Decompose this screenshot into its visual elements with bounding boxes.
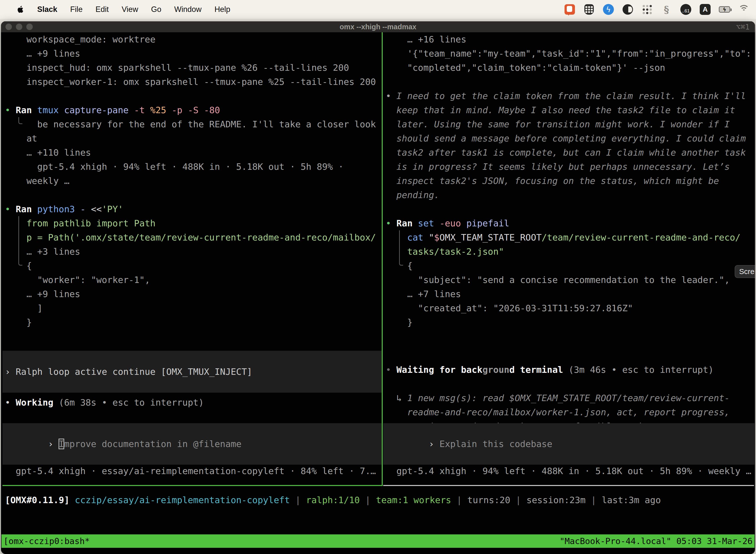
menu-item-go[interactable]: Go <box>151 5 161 14</box>
output-guide <box>18 216 22 266</box>
ralph-loop-banner: › Ralph loop active continue [OMX_TMUX_I… <box>2 351 382 393</box>
window-shortcut-hint: ⌥⌘1 <box>736 22 750 31</box>
bolt-circle-icon[interactable]: ϟ <box>603 4 614 15</box>
left-transcript: workspace_mode: worktree … +9 lines insp… <box>5 32 382 329</box>
circle-61-icon[interactable]: ..61 <box>680 4 692 15</box>
menu-item-window[interactable]: Window <box>174 5 201 14</box>
moon-circle-icon[interactable] <box>622 4 633 15</box>
menu-item-file[interactable]: File <box>70 5 82 14</box>
prompt-input-left[interactable]: › Improve documentation in @filename <box>2 423 382 465</box>
tmux-session-window[interactable]: [omx-cczip0:bash* <box>3 536 90 546</box>
wifi-icon[interactable] <box>738 4 750 15</box>
window-title-bar[interactable]: omx --xhigh --madmax ⌥⌘1 <box>1 21 755 32</box>
screenshot-tooltip: Scre <box>735 265 755 278</box>
terminal-window: omx --xhigh --madmax ⌥⌘1 workspace_mode:… <box>1 21 755 554</box>
pane-divider[interactable] <box>382 32 383 486</box>
menu-item-slack[interactable]: Slack <box>37 5 57 14</box>
output-guide <box>18 117 22 124</box>
input-placeholder: mprove documentation in @filename <box>64 439 241 449</box>
text-cursor: I <box>59 439 64 449</box>
dots-grid-icon[interactable] <box>641 4 653 15</box>
menu-bar: Slack File Edit View Go Window Help ϟ § … <box>0 0 756 19</box>
tooltip-label: Scre <box>739 267 755 276</box>
s-hook-icon[interactable]: § <box>661 4 672 15</box>
tmux-pane-right[interactable]: … +16 lines '{"team_name":"my-team","tas… <box>383 32 755 485</box>
window-title: omx --xhigh --madmax <box>1 23 755 31</box>
apple-menu-icon[interactable] <box>15 4 25 14</box>
shield-grid-icon[interactable] <box>583 4 595 15</box>
input-placeholder: Explain this codebase <box>440 439 552 449</box>
prompt-chevron: › <box>48 439 59 449</box>
tmux-host-clock: "MacBook-Pro-44.local" 05:03 31-Mar-26 <box>560 536 753 546</box>
prompt-input-right[interactable]: › Explain this codebase <box>383 423 755 465</box>
menu-status-icons: ϟ § ..61 A ϟ <box>564 4 750 15</box>
working-status: • Working (6m 38s • esc to interrupt) <box>5 395 382 409</box>
prompt-chevron: › <box>429 439 439 449</box>
output-guide <box>399 230 403 266</box>
right-pane-border <box>383 485 754 486</box>
omx-status-line: [OMX#0.11.9] cczip/essay/ai-reimplementa… <box>2 493 755 507</box>
right-transcript: … +16 lines '{"team_name":"my-team","tas… <box>386 32 755 329</box>
a-square-icon[interactable]: A <box>699 4 711 15</box>
tmux-pane-left[interactable]: workspace_mode: worktree … +9 lines insp… <box>2 32 382 485</box>
chat-icon[interactable] <box>564 4 575 15</box>
left-pane-border <box>2 485 382 486</box>
tmux-status-bar: [omx-cczip0:bash* "MacBook-Pro-44.local"… <box>1 535 755 548</box>
battery-icon: ϟ <box>719 4 730 15</box>
left-model-status: gpt-5.4 xhigh · essay/ai-reimplementatio… <box>5 464 382 478</box>
menu-item-help[interactable]: Help <box>214 5 231 14</box>
menu-item-edit[interactable]: Edit <box>96 5 109 14</box>
menu-item-view[interactable]: View <box>122 5 138 14</box>
right-model-status: gpt-5.4 xhigh · 94% left · 488K in · 5.1… <box>386 464 755 478</box>
